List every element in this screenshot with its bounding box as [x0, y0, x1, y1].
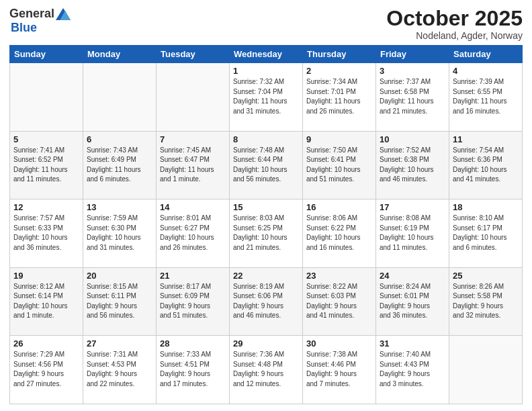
- logo: General Blue: [9, 7, 72, 35]
- day-number: 14: [160, 202, 226, 212]
- calendar-cell: 21Sunrise: 8:17 AM Sunset: 6:09 PM Dayli…: [157, 267, 230, 336]
- day-info: Sunrise: 8:26 AM Sunset: 5:58 PM Dayligh…: [453, 282, 519, 321]
- calendar-cell: 25Sunrise: 8:26 AM Sunset: 5:58 PM Dayli…: [449, 267, 523, 336]
- calendar-cell: 3Sunrise: 7:37 AM Sunset: 6:58 PM Daylig…: [376, 63, 449, 132]
- calendar-cell: 23Sunrise: 8:22 AM Sunset: 6:03 PM Dayli…: [303, 267, 376, 336]
- calendar-cell: 22Sunrise: 8:19 AM Sunset: 6:06 PM Dayli…: [230, 267, 303, 336]
- weekday-header: Tuesday: [157, 46, 230, 63]
- day-number: 19: [13, 271, 79, 281]
- day-info: Sunrise: 8:17 AM Sunset: 6:09 PM Dayligh…: [160, 282, 226, 321]
- day-number: 24: [380, 271, 445, 281]
- day-number: 6: [87, 134, 152, 144]
- day-info: Sunrise: 7:36 AM Sunset: 4:48 PM Dayligh…: [233, 350, 299, 389]
- day-number: 2: [306, 66, 372, 76]
- calendar: SundayMondayTuesdayWednesdayThursdayFrid…: [9, 45, 523, 404]
- weekday-header: Monday: [83, 46, 157, 63]
- calendar-cell: 2Sunrise: 7:34 AM Sunset: 7:01 PM Daylig…: [303, 63, 376, 132]
- calendar-cell: 15Sunrise: 8:03 AM Sunset: 6:25 PM Dayli…: [230, 199, 303, 268]
- day-number: 21: [160, 271, 226, 281]
- calendar-cell: 31Sunrise: 7:40 AM Sunset: 4:43 PM Dayli…: [376, 336, 449, 404]
- day-info: Sunrise: 7:50 AM Sunset: 6:41 PM Dayligh…: [306, 146, 372, 185]
- weekday-header: Wednesday: [230, 46, 303, 63]
- calendar-header-row: SundayMondayTuesdayWednesdayThursdayFrid…: [10, 46, 523, 63]
- calendar-cell: 4Sunrise: 7:39 AM Sunset: 6:55 PM Daylig…: [449, 63, 523, 132]
- day-number: 22: [233, 271, 299, 281]
- day-number: 17: [380, 202, 445, 212]
- weekday-header: Thursday: [303, 46, 376, 63]
- day-info: Sunrise: 7:57 AM Sunset: 6:33 PM Dayligh…: [13, 214, 79, 253]
- day-info: Sunrise: 7:29 AM Sunset: 4:56 PM Dayligh…: [13, 350, 79, 389]
- calendar-cell: 19Sunrise: 8:12 AM Sunset: 6:14 PM Dayli…: [10, 267, 83, 336]
- day-number: 9: [306, 134, 372, 144]
- day-number: 16: [306, 202, 372, 212]
- day-number: 25: [453, 271, 519, 281]
- calendar-cell: 30Sunrise: 7:38 AM Sunset: 4:46 PM Dayli…: [303, 336, 376, 404]
- calendar-cell: 29Sunrise: 7:36 AM Sunset: 4:48 PM Dayli…: [230, 336, 303, 404]
- day-info: Sunrise: 7:38 AM Sunset: 4:46 PM Dayligh…: [306, 350, 372, 389]
- day-number: 12: [13, 202, 79, 212]
- title-block: October 2025 Nodeland, Agder, Norway: [386, 7, 523, 41]
- day-number: 29: [233, 338, 299, 349]
- day-info: Sunrise: 7:41 AM Sunset: 6:52 PM Dayligh…: [13, 146, 79, 185]
- day-info: Sunrise: 8:24 AM Sunset: 6:01 PM Dayligh…: [380, 282, 445, 321]
- day-number: 8: [233, 134, 299, 144]
- calendar-cell: 20Sunrise: 8:15 AM Sunset: 6:11 PM Dayli…: [83, 267, 157, 336]
- day-info: Sunrise: 7:31 AM Sunset: 4:53 PM Dayligh…: [87, 350, 152, 389]
- day-info: Sunrise: 7:39 AM Sunset: 6:55 PM Dayligh…: [453, 77, 519, 116]
- day-number: 13: [87, 202, 152, 212]
- day-number: 4: [453, 66, 519, 76]
- day-info: Sunrise: 7:32 AM Sunset: 7:04 PM Dayligh…: [233, 77, 299, 116]
- day-number: 15: [233, 202, 299, 212]
- day-info: Sunrise: 8:19 AM Sunset: 6:06 PM Dayligh…: [233, 282, 299, 321]
- day-info: Sunrise: 8:22 AM Sunset: 6:03 PM Dayligh…: [306, 282, 372, 321]
- calendar-cell: [83, 63, 157, 132]
- day-number: 7: [160, 134, 226, 144]
- calendar-week-row: 19Sunrise: 8:12 AM Sunset: 6:14 PM Dayli…: [10, 267, 523, 336]
- day-info: Sunrise: 7:34 AM Sunset: 7:01 PM Dayligh…: [306, 77, 372, 116]
- calendar-cell: [449, 336, 523, 404]
- location: Nodeland, Agder, Norway: [386, 30, 523, 41]
- calendar-cell: 17Sunrise: 8:08 AM Sunset: 6:19 PM Dayli…: [376, 199, 449, 268]
- day-info: Sunrise: 7:52 AM Sunset: 6:38 PM Dayligh…: [380, 146, 445, 185]
- day-info: Sunrise: 7:43 AM Sunset: 6:49 PM Dayligh…: [87, 146, 152, 185]
- weekday-header: Saturday: [449, 46, 523, 63]
- day-number: 31: [380, 338, 445, 349]
- day-info: Sunrise: 7:45 AM Sunset: 6:47 PM Dayligh…: [160, 146, 226, 185]
- day-info: Sunrise: 8:12 AM Sunset: 6:14 PM Dayligh…: [13, 282, 79, 321]
- logo-blue: Blue: [11, 21, 37, 35]
- day-number: 23: [306, 271, 372, 281]
- logo-general: General: [9, 7, 54, 21]
- calendar-cell: 7Sunrise: 7:45 AM Sunset: 6:47 PM Daylig…: [157, 131, 230, 199]
- day-info: Sunrise: 8:10 AM Sunset: 6:17 PM Dayligh…: [453, 214, 519, 253]
- day-info: Sunrise: 7:54 AM Sunset: 6:36 PM Dayligh…: [453, 146, 519, 185]
- day-info: Sunrise: 8:01 AM Sunset: 6:27 PM Dayligh…: [160, 214, 226, 253]
- day-info: Sunrise: 8:06 AM Sunset: 6:22 PM Dayligh…: [306, 214, 372, 253]
- calendar-cell: 27Sunrise: 7:31 AM Sunset: 4:53 PM Dayli…: [83, 336, 157, 404]
- calendar-cell: 14Sunrise: 8:01 AM Sunset: 6:27 PM Dayli…: [157, 199, 230, 268]
- day-number: 1: [233, 66, 299, 76]
- calendar-cell: 26Sunrise: 7:29 AM Sunset: 4:56 PM Dayli…: [10, 336, 83, 404]
- calendar-cell: 9Sunrise: 7:50 AM Sunset: 6:41 PM Daylig…: [303, 131, 376, 199]
- calendar-week-row: 1Sunrise: 7:32 AM Sunset: 7:04 PM Daylig…: [10, 63, 523, 132]
- day-info: Sunrise: 8:08 AM Sunset: 6:19 PM Dayligh…: [380, 214, 445, 253]
- day-number: 26: [13, 338, 79, 349]
- calendar-week-row: 12Sunrise: 7:57 AM Sunset: 6:33 PM Dayli…: [10, 199, 523, 268]
- calendar-cell: 12Sunrise: 7:57 AM Sunset: 6:33 PM Dayli…: [10, 199, 83, 268]
- calendar-cell: 11Sunrise: 7:54 AM Sunset: 6:36 PM Dayli…: [449, 131, 523, 199]
- day-info: Sunrise: 8:15 AM Sunset: 6:11 PM Dayligh…: [87, 282, 152, 321]
- calendar-cell: 13Sunrise: 7:59 AM Sunset: 6:30 PM Dayli…: [83, 199, 157, 268]
- calendar-cell: [157, 63, 230, 132]
- calendar-week-row: 5Sunrise: 7:41 AM Sunset: 6:52 PM Daylig…: [10, 131, 523, 199]
- logo-text: General: [9, 7, 72, 21]
- day-info: Sunrise: 7:37 AM Sunset: 6:58 PM Dayligh…: [380, 77, 445, 116]
- day-number: 5: [13, 134, 79, 144]
- weekday-header: Sunday: [10, 46, 83, 63]
- calendar-cell: 5Sunrise: 7:41 AM Sunset: 6:52 PM Daylig…: [10, 131, 83, 199]
- day-number: 3: [380, 66, 445, 76]
- calendar-cell: 6Sunrise: 7:43 AM Sunset: 6:49 PM Daylig…: [83, 131, 157, 199]
- weekday-header: Friday: [376, 46, 449, 63]
- page: General Blue October 2025 Nodeland, Agde…: [0, 0, 532, 411]
- calendar-cell: 8Sunrise: 7:48 AM Sunset: 6:44 PM Daylig…: [230, 131, 303, 199]
- calendar-week-row: 26Sunrise: 7:29 AM Sunset: 4:56 PM Dayli…: [10, 336, 523, 404]
- calendar-cell: [10, 63, 83, 132]
